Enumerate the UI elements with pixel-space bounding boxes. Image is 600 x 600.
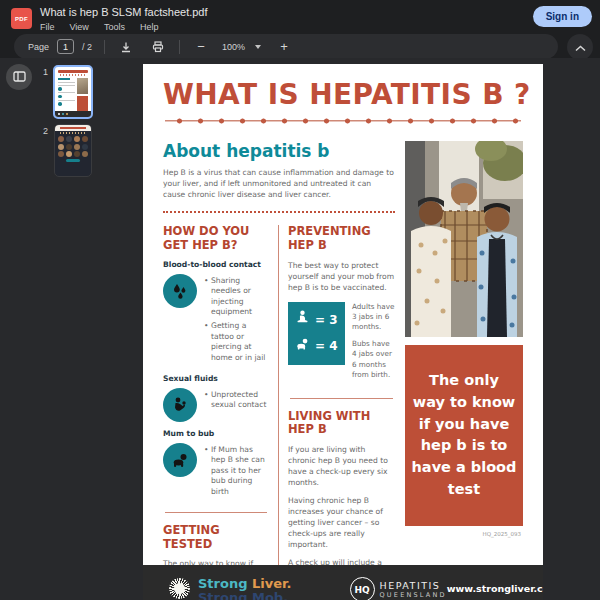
sign-in-button[interactable]: Sign in [533,6,592,27]
blood-bullet-1: Sharing needles or injecting equipment [204,276,269,319]
print-icon [152,41,164,53]
file-title: What is hep B SLSM factsheet.pdf [40,6,208,18]
menu-bar: File View Tools Help [40,22,158,32]
brand-strong-text: Strong [198,576,247,591]
zoom-out-button[interactable]: − [192,38,210,56]
document-code: HQ_2025_093 [405,531,523,537]
minus-icon: − [197,40,205,53]
strong-liver-logo: Strong Liver. Strong Mob. [198,577,292,600]
blood-contact-label: Blood-to-blood contact [163,260,269,269]
toolbar-row: Page / 2 [0,32,600,60]
thumb-decoration [66,159,80,162]
tested-heading: GETTING TESTED [163,524,269,552]
caret-down-icon [255,45,261,49]
print-button[interactable] [149,38,167,56]
zoom-in-button[interactable]: + [275,38,293,56]
sun-icon [169,578,190,599]
hq-line1: HEPATITIS [380,580,447,591]
toolbar-divider [104,40,105,54]
adult-jabs-value: = 3 [315,313,338,327]
vaccine-note-adults: Adults have 3 jabs in 6 months. [352,302,395,333]
page-total: / 2 [82,42,92,52]
page-number-input[interactable] [57,39,74,54]
hq-line2: QUEENSLAND [380,591,447,599]
toolbar: Page / 2 [14,34,558,59]
thumbnail-page-2[interactable] [54,124,92,177]
app-bar: PDF What is hep B SLSM factsheet.pdf Fil… [0,0,600,34]
factsheet-footer: Strong Liver. Strong Mob. HQ HEPATITIS Q… [143,565,543,600]
brand-liver-text: Liver. [252,576,292,591]
thumb-decoration [55,111,91,117]
hq-initials: HQ [350,577,375,600]
thumb-2-number: 2 [43,126,48,136]
page-label: Page [28,42,49,52]
mum-to-bub-label: Mum to bub [163,429,269,438]
zoom-select-button[interactable] [253,38,263,56]
thumb-decoration [58,78,88,111]
website-url: www.strongliver.com.au [447,577,543,594]
living-paragraph-2: Having chronic hep B increases your chan… [288,495,395,550]
thumb-decoration [55,125,91,131]
bub-jabs-value: = 4 [315,339,338,353]
adult-sitting-icon [294,309,311,330]
hepatitis-queensland-logo: HQ HEPATITIS QUEENSLAND [350,577,447,600]
bub-icon [294,336,311,357]
pdf-page-1: WHAT IS HEPATITIS B ? About hepatitis b … [143,64,543,600]
thumb-1-number: 1 [43,67,48,77]
brand-line2-text: Strong Mob. [198,591,292,600]
thumbnails-icon [13,70,26,85]
factsheet-title: WHAT IS HEPATITIS B ? [163,78,523,111]
download-icon [120,41,132,53]
blood-test-callout: The only way to know if you have hep b i… [405,345,523,526]
section-divider [290,398,393,399]
living-heading: LIVING WITH HEP B [288,410,395,438]
thumb-decoration [55,135,91,158]
thumb-decoration [58,70,88,73]
zoom-level: 100% [222,42,245,52]
family-photo [405,141,523,337]
toolbar-divider [179,40,180,54]
dotted-divider [163,211,395,213]
download-button[interactable] [117,38,135,56]
collapse-toolbar-button[interactable] [567,34,593,60]
plus-icon: + [280,40,288,53]
menu-tools[interactable]: Tools [104,22,125,32]
about-body: Hep B is a virus that can cause inflamma… [163,167,395,200]
menu-view[interactable]: View [70,22,89,32]
blood-bullet-2: Getting a tattoo or piercing at home or … [204,321,269,364]
pdf-file-icon: PDF [11,8,32,29]
vaccine-note-bubs: Bubs have 4 jabs over 6 months from birt… [352,339,395,381]
vaccine-schedule-box: = 3 [288,302,345,365]
thumbnail-page-1[interactable] [53,65,93,119]
pdf-viewer-window: PDF What is hep B SLSM factsheet.pdf Fil… [0,0,600,600]
sexual-bullet-1: Unprotected sexual contact [204,390,269,411]
viewer-area: 1 [0,58,600,600]
thumb-decoration [59,74,87,76]
preventing-heading: PREVENTING HEP B [288,225,395,253]
column-divider [278,225,279,600]
blood-drops-icon [163,274,197,308]
sexual-fluids-label: Sexual fluids [163,374,269,383]
chevron-up-icon [575,40,586,55]
about-heading: About hepatitis b [163,141,395,161]
beaded-divider [165,116,521,126]
couple-icon [163,388,197,422]
section-divider [165,512,267,513]
menu-help[interactable]: Help [140,22,159,32]
menu-file[interactable]: File [40,22,55,32]
crawling-baby-icon [163,443,197,477]
living-paragraph-1: If you are living with chronic hep B you… [288,444,395,488]
thumb-decoration [59,132,87,134]
thumbnail-panel-toggle-button[interactable] [6,64,32,90]
mum-bullet-1: If Mum has hep B she can pass it to her … [204,445,269,498]
preventing-intro: The best way to protect yourself and you… [288,260,395,293]
how-heading: HOW DO YOU GET HEP B? [163,225,269,253]
